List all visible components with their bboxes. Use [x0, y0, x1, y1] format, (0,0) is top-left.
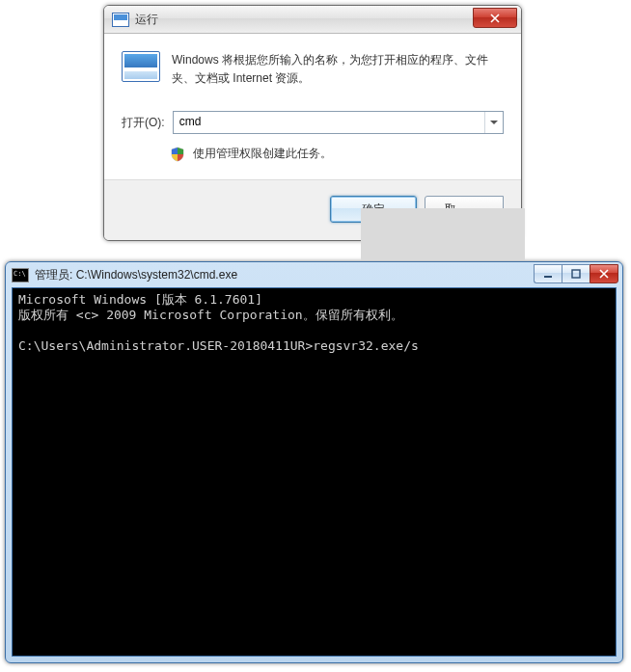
run-titlebar[interactable]: 运行 — [104, 6, 521, 34]
maximize-button[interactable] — [562, 264, 590, 283]
window-controls — [534, 264, 618, 283]
maximize-icon — [571, 269, 581, 279]
cmd-close-button[interactable] — [590, 264, 618, 283]
run-body: Windows 将根据您所输入的名称，为您打开相应的程序、文件夹、文档或 Int… — [104, 34, 521, 179]
close-icon — [490, 13, 500, 23]
svg-rect-0 — [544, 276, 552, 278]
cmd-title-icon — [12, 268, 29, 282]
cmd-prompt: C:\Users\Administrator.USER-20180411UR>r… — [18, 338, 419, 353]
dropdown-arrow-icon[interactable] — [484, 112, 503, 133]
svg-rect-1 — [572, 270, 580, 278]
close-button[interactable] — [473, 8, 517, 28]
run-description: Windows 将根据您所输入的名称，为您打开相应的程序、文件夹、文档或 Int… — [172, 51, 504, 88]
cmd-line-1: Microsoft Windows [版本 6.1.7601] — [18, 292, 262, 307]
cmd-titlebar[interactable]: 管理员: C:\Windows\system32\cmd.exe — [6, 262, 622, 287]
run-program-icon — [122, 51, 160, 82]
run-title-icon — [112, 13, 129, 27]
minimize-icon — [543, 269, 553, 279]
cmd-client-area[interactable]: Microsoft Windows [版本 6.1.7601] 版权所有 <c>… — [12, 287, 617, 657]
cmd-line-2: 版权所有 <c> 2009 Microsoft Corporation。保留所有… — [18, 308, 403, 322]
obscured-region — [361, 208, 525, 260]
run-dialog: 运行 Windows 将根据您所输入的名称，为您打开相应的程序、文件夹、文档或 … — [103, 5, 522, 241]
open-input[interactable] — [174, 112, 484, 131]
shield-text: 使用管理权限创建此任务。 — [193, 146, 332, 162]
cmd-title: 管理员: C:\Windows\system32\cmd.exe — [35, 267, 237, 283]
shield-icon — [170, 147, 185, 162]
minimize-button[interactable] — [534, 264, 562, 283]
run-title: 运行 — [135, 12, 158, 28]
open-combobox[interactable] — [173, 111, 504, 134]
cmd-output: Microsoft Windows [版本 6.1.7601] 版权所有 <c>… — [18, 292, 610, 354]
close-icon — [599, 269, 609, 279]
cmd-window: 管理员: C:\Windows\system32\cmd.exe Microso… — [5, 261, 623, 663]
open-label: 打开(O): — [122, 115, 165, 131]
